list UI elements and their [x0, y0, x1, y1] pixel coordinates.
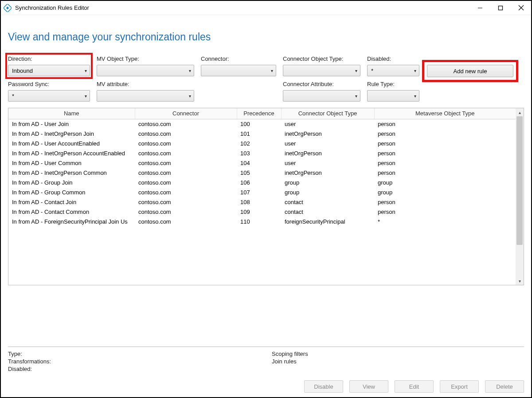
scroll-up-icon[interactable]: ▴: [516, 108, 524, 116]
direction-dropdown[interactable]: Inbound ▾: [8, 65, 90, 76]
connector-object-type-label: Connector Object Type:: [283, 55, 360, 62]
page-heading: View and manage your synchronization rul…: [8, 31, 524, 43]
table-cell: contoso.com: [135, 138, 237, 148]
disable-button[interactable]: Disable: [304, 380, 343, 393]
table-cell: group: [374, 187, 516, 197]
table-cell: 109: [237, 207, 281, 217]
chevron-down-icon: ▾: [414, 94, 416, 99]
rule-type-label: Rule Type:: [367, 81, 419, 87]
table-cell: group: [374, 177, 516, 187]
table-cell: person: [374, 158, 516, 168]
table-cell: *: [374, 217, 516, 226]
chevron-down-icon: ▾: [85, 68, 87, 73]
table-row[interactable]: In from AD - User AccountEnabledcontoso.…: [8, 138, 516, 148]
footer-scoping-filters-label: Scoping filters: [272, 351, 308, 357]
table-cell: inetOrgPerson: [281, 129, 374, 138]
table-row[interactable]: In from AD - InetOrgPerson Commoncontoso…: [8, 168, 516, 177]
table-cell: contoso.com: [135, 158, 237, 168]
table-cell: contoso.com: [135, 119, 237, 129]
table-cell: In from AD - User Common: [8, 158, 135, 168]
table-cell: person: [374, 129, 516, 138]
table-row[interactable]: In from AD - InetOrgPerson AccountEnable…: [8, 148, 516, 158]
table-cell: In from AD - InetOrgPerson AccountEnable…: [8, 148, 135, 158]
table-row[interactable]: In from AD - Contact Commoncontoso.com10…: [8, 207, 516, 217]
table-cell: user: [281, 119, 374, 129]
table-row[interactable]: In from AD - ForeignSecurityPrincipal Jo…: [8, 217, 516, 226]
table-cell: contoso.com: [135, 129, 237, 138]
table-cell: contact: [281, 197, 374, 207]
chevron-down-icon: ▾: [85, 94, 87, 99]
table-cell: 101: [237, 129, 281, 138]
scroll-down-icon[interactable]: ▾: [516, 277, 524, 285]
disabled-filter-dropdown[interactable]: * ▾: [367, 65, 419, 76]
vertical-scrollbar[interactable]: ▴ ▾: [516, 108, 524, 285]
table-cell: person: [374, 119, 516, 129]
rule-type-dropdown[interactable]: ▾: [367, 90, 419, 102]
col-precedence[interactable]: Precedence: [237, 108, 281, 119]
delete-button[interactable]: Delete: [485, 380, 524, 393]
table-cell: 102: [237, 138, 281, 148]
add-new-rule-button[interactable]: Add new rule: [427, 65, 513, 77]
direction-label: Direction:: [8, 55, 90, 62]
table-cell: person: [374, 207, 516, 217]
chevron-down-icon: ▾: [355, 68, 357, 73]
col-connector[interactable]: Connector: [135, 108, 237, 119]
table-cell: contoso.com: [135, 148, 237, 158]
view-button[interactable]: View: [349, 380, 388, 393]
disabled-filter-label: Disabled:: [367, 55, 419, 62]
table-cell: contoso.com: [135, 187, 237, 197]
col-mv-obj-type[interactable]: Metaverse Object Type: [374, 108, 516, 119]
table-cell: In from AD - InetOrgPerson Join: [8, 129, 135, 138]
chevron-down-icon: ▾: [414, 68, 416, 73]
table-cell: 105: [237, 168, 281, 177]
connector-object-type-dropdown[interactable]: ▾: [283, 65, 360, 76]
table-row[interactable]: In from AD - Group Commoncontoso.com107g…: [8, 187, 516, 197]
table-cell: 104: [237, 158, 281, 168]
direction-value: Inbound: [12, 67, 33, 74]
titlebar: Synchronization Rules Editor: [1, 1, 531, 15]
table-cell: contoso.com: [135, 177, 237, 187]
table-cell: user: [281, 138, 374, 148]
table-cell: In from AD - Contact Join: [8, 197, 135, 207]
table-cell: contoso.com: [135, 197, 237, 207]
table-cell: contact: [281, 207, 374, 217]
col-name[interactable]: Name: [8, 108, 135, 119]
footer-disabled-label: Disabled:: [8, 366, 272, 372]
password-sync-dropdown[interactable]: * ▾: [8, 90, 90, 102]
connector-attribute-dropdown[interactable]: ▾: [283, 90, 360, 102]
table-cell: In from AD - Group Join: [8, 177, 135, 187]
table-cell: In from AD - User Join: [8, 119, 135, 129]
export-button[interactable]: Export: [440, 380, 479, 393]
connector-label: Connector:: [201, 55, 276, 62]
table-cell: foreignSecurityPrincipal: [281, 217, 374, 226]
col-con-obj-type[interactable]: Connector Object Type: [281, 108, 374, 119]
table-cell: 108: [237, 197, 281, 207]
mv-object-type-dropdown[interactable]: ▾: [97, 65, 194, 76]
table-row[interactable]: In from AD - Contact Joincontoso.com108c…: [8, 197, 516, 207]
table-cell: In from AD - User AccountEnabled: [8, 138, 135, 148]
chevron-down-icon: ▾: [189, 68, 191, 73]
table-row[interactable]: In from AD - User Commoncontoso.com104us…: [8, 158, 516, 168]
window-minimize-button[interactable]: [470, 1, 490, 15]
edit-button[interactable]: Edit: [395, 380, 434, 393]
window-maximize-button[interactable]: [490, 1, 511, 15]
table-row[interactable]: In from AD - InetOrgPerson Joincontoso.c…: [8, 129, 516, 138]
table-cell: contoso.com: [135, 217, 237, 226]
table-cell: In from AD - ForeignSecurityPrincipal Jo…: [8, 217, 135, 226]
table-cell: user: [281, 158, 374, 168]
connector-dropdown[interactable]: ▾: [201, 65, 276, 76]
table-cell: 107: [237, 187, 281, 197]
window-close-button[interactable]: [511, 1, 531, 15]
disabled-filter-value: *: [371, 67, 373, 74]
mv-attribute-dropdown[interactable]: ▾: [97, 90, 194, 102]
svg-rect-1: [6, 6, 9, 9]
table-cell: contoso.com: [135, 168, 237, 177]
app-icon: [4, 4, 12, 12]
table-cell: person: [374, 197, 516, 207]
details-footer: Type: Transformations: Disabled: Scoping…: [8, 347, 524, 393]
table-cell: 110: [237, 217, 281, 226]
footer-transformations-label: Transformations:: [8, 358, 272, 365]
table-row[interactable]: In from AD - User Joincontoso.com100user…: [8, 119, 516, 129]
scroll-thumb[interactable]: [516, 116, 523, 245]
table-row[interactable]: In from AD - Group Joincontoso.com106gro…: [8, 177, 516, 187]
